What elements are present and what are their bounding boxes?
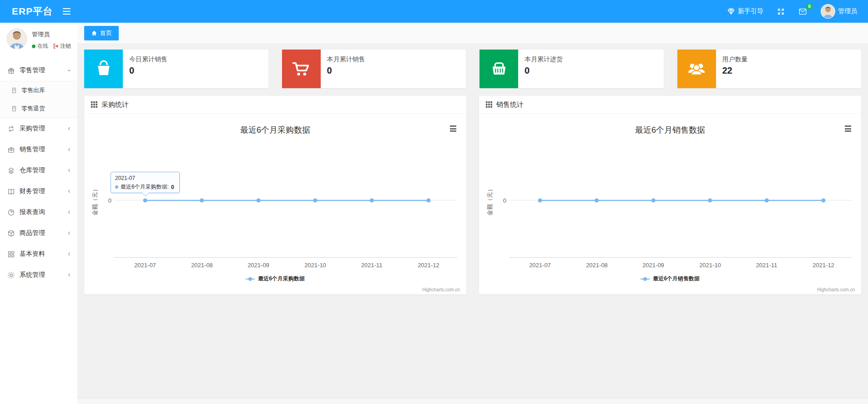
shopping-basket-icon (479, 50, 518, 88)
tab-home-label: 首页 (100, 29, 112, 37)
card-label: 用户数量 (722, 55, 748, 64)
sidebar-item-basic-data[interactable]: 基本资料 (0, 244, 77, 264)
x-tick-label: 2021-07 (529, 262, 551, 269)
sidebar-item-purchase[interactable]: 采购管理 (0, 118, 77, 139)
chevron-left-icon (66, 251, 72, 257)
sidebar-username: 管理员 (32, 30, 71, 39)
layers-icon (7, 166, 15, 175)
x-tick-label: 2021-10 (304, 262, 326, 269)
user-panel: 管理员 在线 注销 (0, 23, 77, 56)
sidebar-item-warehouse[interactable]: 仓库管理 (0, 160, 77, 181)
sidebar-item-retail[interactable]: 零售管理 (0, 60, 77, 81)
fullscreen-button[interactable] (777, 8, 785, 15)
legend-marker-icon (246, 276, 255, 282)
x-tick-label: 2021-12 (418, 262, 439, 269)
fullscreen-icon (777, 8, 785, 15)
messages-button[interactable]: 0 (798, 8, 807, 15)
sidebar-item-label: 基本资料 (20, 250, 66, 258)
pie-chart-icon (7, 208, 15, 216)
legend-label: 最近6个月采购数据 (258, 275, 305, 283)
legend-marker-icon (641, 276, 650, 282)
stat-card-month-purchase: 本月累计进货 0 (479, 50, 664, 88)
chevron-left-icon (66, 230, 72, 236)
sidebar-item-system[interactable]: 系统管理 (0, 264, 77, 285)
sidebar-item-finance[interactable]: 财务管理 (0, 181, 77, 202)
sign-out-icon (53, 43, 59, 49)
book-icon (7, 187, 15, 195)
user-menu[interactable]: 管理员 (821, 4, 857, 19)
document-icon (11, 87, 18, 94)
panel-title: 采购统计 (101, 100, 129, 109)
shopping-cart-icon (282, 50, 321, 88)
chevron-left-icon (66, 189, 72, 194)
navbar-username: 管理员 (838, 7, 857, 15)
th-grid-icon (486, 101, 492, 108)
shopping-bag-icon (84, 50, 123, 88)
user-info: 管理员 在线 注销 (32, 28, 71, 50)
page-footer (77, 398, 868, 404)
sidebar-item-retail-outbound[interactable]: 零售出库 (0, 81, 77, 100)
y-tick-label: 0 (495, 197, 506, 204)
x-tick-label: 2021-09 (642, 262, 664, 269)
tooltip-header: 2021-07 (115, 175, 175, 181)
y-axis-title: 金额（元） (91, 186, 99, 216)
x-axis-line (509, 257, 852, 258)
navbar-right: 新手引导 0 (727, 4, 868, 19)
gift-icon (7, 66, 15, 75)
gem-icon (727, 7, 735, 15)
chevron-left-icon (66, 147, 72, 152)
sidebar: 管理员 在线 注销 零售管理 (0, 23, 77, 404)
sidebar-item-label: 系统管理 (20, 271, 66, 279)
guide-label: 新手引导 (738, 7, 763, 15)
chevron-left-icon (66, 272, 72, 278)
y-tick-label: 0 (100, 197, 111, 204)
online-status-dot (32, 45, 35, 48)
document-icon (11, 105, 18, 112)
card-label: 本月累计销售 (327, 55, 365, 64)
chart-tooltip: 2021-07 最近6个月采购数据: 0 (111, 172, 180, 193)
card-value: 0 (129, 65, 167, 76)
sidebar-item-label: 仓库管理 (20, 166, 66, 175)
main-content: 首页 今日累计销售 0 本月累 (77, 23, 868, 404)
tab-home[interactable]: 首页 (84, 26, 119, 40)
tab-bar: 首页 (77, 23, 868, 44)
legend-item[interactable]: 最近6个月采购数据 (84, 275, 466, 283)
loop-icon (7, 125, 15, 133)
logout-link[interactable]: 注销 (53, 42, 71, 50)
sidebar-toggle-icon[interactable] (63, 8, 71, 15)
legend-item[interactable]: 最近6个月销售数据 (479, 275, 861, 283)
users-icon (677, 50, 716, 88)
card-label: 本月累计进货 (525, 55, 563, 64)
x-tick-label: 2021-08 (191, 262, 213, 269)
message-count-badge: 0 (806, 4, 812, 10)
chart-context-menu-icon[interactable] (845, 125, 851, 132)
sales-chart: 最近6个月销售数据 2021-07 2021-08 2021-09 2021-1… (479, 114, 861, 294)
sidebar-item-retail-return[interactable]: 零售退货 (0, 100, 77, 118)
x-tick-label: 2021-08 (586, 262, 608, 269)
cube-icon (7, 229, 15, 237)
sidebar-item-sales[interactable]: 销售管理 (0, 139, 77, 160)
chart-title: 最近6个月销售数据 (479, 125, 861, 135)
chevron-left-icon (66, 126, 72, 131)
legend-label: 最近6个月销售数据 (653, 275, 700, 283)
panel-header: 采购统计 (84, 96, 466, 114)
card-value: 0 (327, 65, 365, 76)
th-grid-icon (91, 101, 97, 108)
x-tick-label: 2021-12 (812, 262, 834, 269)
envelope-icon (798, 8, 807, 15)
app-title[interactable]: ERP平台 (0, 5, 53, 18)
highcharts-credits[interactable]: Highcharts.com.cn (817, 287, 855, 292)
guide-link[interactable]: 新手引导 (727, 7, 763, 15)
purchase-chart: 最近6个月采购数据 2021-07 2021-08 2021-09 2021-1… (84, 114, 466, 294)
top-navbar: ERP平台 新手引导 0 (0, 0, 868, 23)
sidebar-item-label: 零售管理 (20, 66, 66, 75)
navbar-avatar (821, 4, 835, 19)
home-icon (91, 30, 97, 36)
line-series (116, 196, 457, 204)
chevron-down-icon (66, 68, 72, 73)
highcharts-credits[interactable]: Highcharts.com.cn (422, 287, 460, 292)
sidebar-item-reports[interactable]: 报表查询 (0, 202, 77, 223)
sidebar-item-goods[interactable]: 商品管理 (0, 223, 77, 244)
tooltip-series-label: 最近6个月采购数据: (121, 183, 169, 191)
chart-context-menu-icon[interactable] (450, 125, 456, 132)
